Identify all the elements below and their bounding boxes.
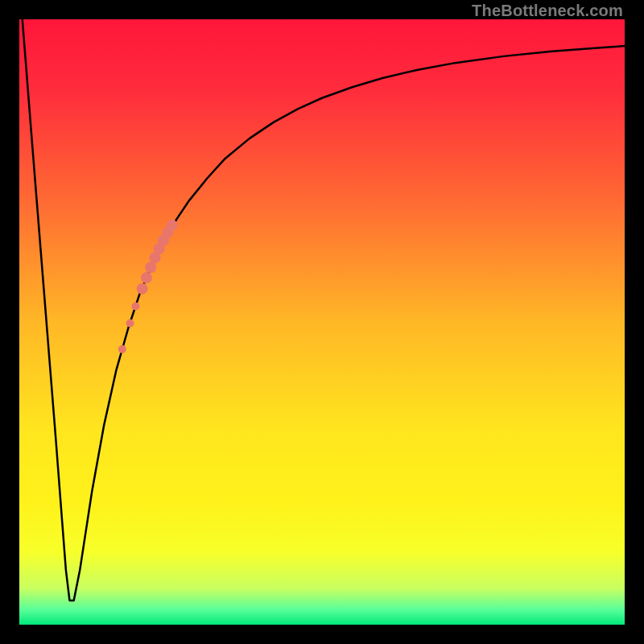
data-marker <box>137 283 148 295</box>
data-marker <box>118 345 126 353</box>
chart-svg <box>19 19 625 625</box>
watermark-text: TheBottleneck.com <box>472 2 623 20</box>
data-marker <box>145 262 156 273</box>
data-marker <box>167 220 178 231</box>
chart-outer-frame: TheBottleneck.com <box>0 0 644 644</box>
chart-plot-area <box>19 19 625 625</box>
data-marker <box>131 302 139 310</box>
data-marker <box>141 272 152 283</box>
data-marker <box>126 320 134 328</box>
gradient-background <box>19 19 625 625</box>
